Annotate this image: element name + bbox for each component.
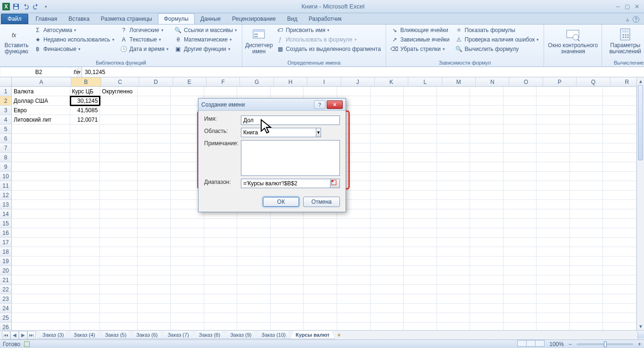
horizontal-scrollbar[interactable] [637,331,638,339]
cell-O19[interactable] [504,257,537,266]
col-D[interactable]: D [139,77,173,86]
cell-E26[interactable] [171,323,204,330]
cell-C23[interactable] [100,294,137,304]
cell-A8[interactable] [12,153,70,162]
cell-B26[interactable] [70,323,100,330]
tab-home[interactable]: Главная [30,14,63,24]
cell-B23[interactable] [70,294,100,304]
cell-O23[interactable] [504,294,537,304]
cell-C9[interactable] [100,162,137,172]
cell-R16[interactable] [603,228,636,238]
cell-K16[interactable] [371,228,404,238]
cell-H21[interactable] [271,275,304,285]
cell-R15[interactable] [603,219,636,228]
cell-Q21[interactable] [570,275,603,285]
cell-K21[interactable] [371,275,404,285]
sheet-nav-next[interactable]: ▶ [19,331,27,340]
cell-R26[interactable] [603,323,636,330]
cell-D4[interactable] [138,115,171,124]
cell-O6[interactable] [504,134,537,143]
show-formulas-button[interactable]: ⚛Показать формулы [454,26,541,34]
cell-F25[interactable] [204,313,238,323]
math-button[interactable]: θМатематические [173,35,239,44]
restore-button[interactable]: ▢ [625,3,630,10]
cell-R4[interactable] [603,115,636,124]
cell-O1[interactable] [504,87,537,96]
name-box[interactable]: ▾ [0,67,71,77]
cell-D8[interactable] [138,153,171,162]
cell-Q16[interactable] [570,228,603,238]
cell-O15[interactable] [504,219,537,228]
cell-A25[interactable] [12,313,70,323]
cell-E1[interactable] [171,87,204,96]
hscroll-thumb[interactable] [638,332,644,339]
cell-B15[interactable] [70,219,100,228]
cell-J16[interactable] [337,228,371,238]
cell-L6[interactable] [404,134,437,143]
cell-H26[interactable] [271,323,304,330]
cell-B13[interactable] [70,200,100,209]
row-header[interactable]: 19 [0,257,12,266]
cell-Q2[interactable] [570,96,603,106]
cell-C10[interactable] [100,172,137,181]
cell-H17[interactable] [271,238,304,247]
cell-C3[interactable] [100,106,137,115]
trace-dependents-button[interactable]: ↗Зависимые ячейки [389,35,452,44]
cell-N7[interactable] [470,143,504,153]
row-header[interactable]: 4 [0,115,12,124]
cell-H19[interactable] [271,257,304,266]
cell-K5[interactable] [371,124,404,134]
cell-N22[interactable] [470,285,504,294]
row-header[interactable]: 8 [0,153,12,162]
sheet-tab[interactable]: Заказ (10) [256,331,291,339]
cell-L2[interactable] [404,96,437,106]
logical-button[interactable]: ?Логические [118,26,171,34]
tab-view[interactable]: Вид [281,14,303,24]
cell-P2[interactable] [537,96,570,106]
cell-L4[interactable] [404,115,437,124]
cell-K18[interactable] [371,247,404,257]
cell-K12[interactable] [371,191,404,200]
row-header[interactable]: 12 [0,191,12,200]
cell-H1[interactable] [271,87,304,96]
col-N[interactable]: N [476,77,509,86]
cell-B19[interactable] [70,257,100,266]
cell-R20[interactable] [603,266,636,275]
cell-I21[interactable] [304,275,337,285]
cell-Q26[interactable] [570,323,603,330]
cell-L22[interactable] [404,285,437,294]
row-header[interactable]: 18 [0,247,12,257]
cell-C24[interactable] [100,304,137,313]
cell-L12[interactable] [404,191,437,200]
cell-F22[interactable] [204,285,238,294]
cell-Q13[interactable] [570,200,603,209]
cell-O20[interactable] [504,266,537,275]
cell-B21[interactable] [70,275,100,285]
cell-H24[interactable] [271,304,304,313]
cell-D23[interactable] [138,294,171,304]
name-input[interactable] [241,116,340,125]
cell-A19[interactable] [12,257,70,266]
cell-A16[interactable] [12,228,70,238]
cell-B16[interactable] [70,228,100,238]
cell-A14[interactable] [12,209,70,219]
cell-M25[interactable] [437,313,471,323]
cell-I20[interactable] [304,266,337,275]
col-A[interactable]: A [12,77,71,86]
col-C[interactable]: C [101,77,139,86]
cell-I1[interactable] [304,87,337,96]
cell-O17[interactable] [504,238,537,247]
cell-A20[interactable] [12,266,70,275]
cell-Q17[interactable] [570,238,603,247]
cell-G23[interactable] [237,294,271,304]
cell-E18[interactable] [171,247,204,257]
cell-A9[interactable] [12,162,70,172]
cell-M5[interactable] [437,124,471,134]
cell-R14[interactable] [603,209,636,219]
dialog-close-button[interactable]: × [327,100,343,109]
cell-Q24[interactable] [570,304,603,313]
cell-L25[interactable] [404,313,437,323]
cell-J23[interactable] [337,294,371,304]
cell-F17[interactable] [204,238,238,247]
cell-L15[interactable] [404,219,437,228]
